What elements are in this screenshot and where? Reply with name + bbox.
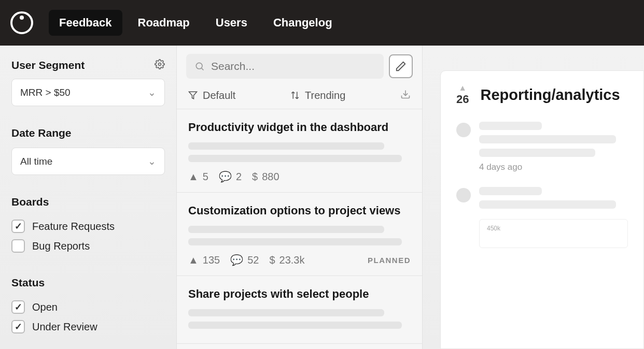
board-bug-reports[interactable]: Bug Reports: [11, 236, 165, 256]
filters-sidebar: User Segment MRR > $50 ⌄ Date Range All …: [0, 46, 176, 349]
svg-point-0: [159, 63, 161, 66]
chart-axis-label: 450k: [487, 225, 500, 232]
status-label: Open: [32, 301, 58, 313]
comment-item: 4 days ago: [456, 122, 628, 172]
skeleton-line: [188, 155, 402, 162]
chevron-down-icon: ⌄: [148, 86, 156, 98]
skeleton-line: [188, 226, 384, 233]
feedback-list: Default Trending Productivity widget in …: [176, 46, 423, 349]
post-item[interactable]: Productivity widget in the dashboard ▲5 …: [177, 109, 422, 193]
detail-title: Reporting/analytics: [480, 86, 620, 104]
search-icon: [194, 61, 205, 72]
gear-icon[interactable]: [155, 59, 165, 71]
upvote-icon: ▲: [188, 171, 199, 183]
sort-icon: [290, 91, 300, 100]
skeleton-line: [479, 149, 595, 157]
dollar-icon: $: [269, 254, 275, 266]
upvote-icon: ▲: [188, 254, 199, 266]
nav-feedback[interactable]: Feedback: [49, 10, 122, 36]
user-segment-value: MRR > $50: [20, 87, 71, 98]
nav-roadmap[interactable]: Roadmap: [128, 10, 200, 36]
comment-icon: 💬: [219, 170, 232, 183]
skeleton-line: [479, 122, 542, 130]
svg-line-2: [202, 68, 204, 70]
avatar-icon: [456, 188, 471, 202]
user-segment-title: User Segment: [11, 59, 85, 71]
skeleton-line: [188, 309, 384, 316]
board-feature-requests[interactable]: Feature Requests: [11, 216, 165, 236]
top-nav: Feedback Roadmap Users Changelog: [0, 0, 644, 46]
skeleton-line: [479, 187, 542, 195]
post-item[interactable]: Share projects with select people: [177, 276, 422, 344]
post-value: $880: [252, 171, 279, 183]
post-title: Share projects with select people: [188, 287, 411, 301]
comment-item: 450k: [456, 187, 628, 248]
avatar-icon: [456, 123, 471, 137]
post-value: $23.3k: [269, 254, 304, 266]
chevron-down-icon: ⌄: [148, 155, 156, 167]
vote-widget[interactable]: ▲ 26: [456, 83, 469, 106]
status-under-review[interactable]: Under Review: [11, 317, 165, 337]
filter-icon: [188, 91, 198, 100]
date-range-title: Date Range: [11, 127, 165, 139]
logo-icon: [10, 11, 33, 34]
checkbox-icon: [11, 220, 25, 233]
search-input[interactable]: [211, 60, 375, 72]
skeleton-line: [479, 135, 616, 143]
detail-panel: ▲ 26 Reporting/analytics 4 days ago: [423, 46, 644, 349]
status-label: Under Review: [32, 321, 97, 333]
status-title: Status: [11, 277, 165, 289]
nav-items: Feedback Roadmap Users Changelog: [49, 10, 343, 36]
search-input-wrapper[interactable]: [186, 54, 384, 79]
skeleton-line: [479, 200, 616, 209]
comment-timestamp: 4 days ago: [479, 162, 628, 172]
status-badge: PLANNED: [368, 256, 411, 265]
user-segment-select[interactable]: MRR > $50 ⌄: [11, 79, 165, 106]
skeleton-line: [188, 238, 402, 245]
post-votes: ▲5: [188, 171, 208, 183]
svg-point-1: [196, 63, 202, 69]
nav-users[interactable]: Users: [205, 10, 258, 36]
nav-changelog[interactable]: Changelog: [263, 10, 343, 36]
checkbox-icon: [11, 300, 25, 314]
upvote-icon: ▲: [458, 83, 467, 93]
detail-card: ▲ 26 Reporting/analytics 4 days ago: [440, 70, 644, 349]
post-title: Customization options to project views: [188, 204, 411, 217]
download-icon[interactable]: [400, 89, 411, 101]
post-item[interactable]: Customization options to project views ▲…: [177, 193, 422, 276]
checkbox-icon: [11, 239, 25, 253]
filter-trending[interactable]: Trending: [290, 90, 345, 101]
date-range-select[interactable]: All time ⌄: [11, 148, 165, 175]
compose-button[interactable]: [389, 54, 413, 78]
vote-count: 26: [456, 93, 469, 106]
comment-icon: 💬: [230, 254, 243, 266]
post-comments: 💬52: [230, 254, 259, 266]
filter-default-label: Default: [203, 90, 235, 101]
post-comments: 💬2: [219, 170, 242, 183]
status-open[interactable]: Open: [11, 297, 165, 317]
date-range-value: All time: [20, 156, 52, 167]
skeleton-line: [188, 142, 384, 150]
filter-default[interactable]: Default: [188, 90, 235, 101]
pencil-icon: [395, 61, 407, 72]
chart-placeholder: 450k: [479, 219, 628, 248]
board-label: Bug Reports: [32, 240, 90, 252]
skeleton-line: [188, 322, 402, 329]
filter-trending-label: Trending: [305, 90, 345, 101]
post-votes: ▲135: [188, 254, 220, 266]
board-label: Feature Requests: [32, 221, 115, 232]
svg-marker-3: [189, 92, 197, 99]
dollar-icon: $: [252, 171, 258, 183]
boards-title: Boards: [11, 196, 165, 208]
post-title: Productivity widget in the dashboard: [188, 121, 411, 134]
checkbox-icon: [11, 320, 25, 333]
